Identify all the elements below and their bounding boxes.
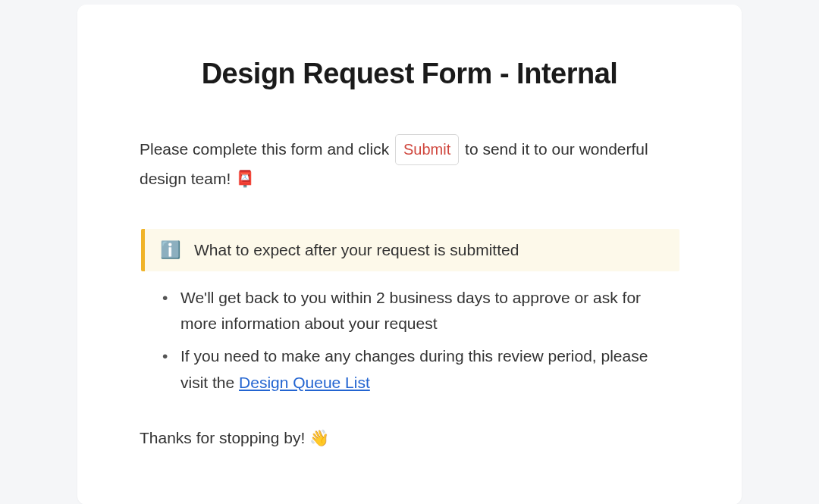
closing-text: Thanks for stopping by! 👋	[140, 429, 679, 447]
form-card: Design Request Form - Internal Please co…	[77, 5, 742, 504]
mailbox-icon: 📮	[235, 170, 255, 187]
closing-message: Thanks for stopping by!	[140, 429, 309, 446]
info-icon: ℹ️	[160, 242, 180, 258]
intro-text-before: Please complete this form and click	[140, 140, 394, 158]
info-callout-text: What to expect after your request is sub…	[194, 241, 519, 259]
intro-paragraph: Please complete this form and click Subm…	[140, 134, 679, 193]
list-item: If you need to make any changes during t…	[159, 343, 679, 396]
submit-button[interactable]: Submit	[395, 134, 459, 165]
page-title: Design Request Form - Internal	[140, 58, 679, 90]
info-callout: ℹ️ What to expect after your request is …	[141, 229, 679, 271]
wave-icon: 👋	[309, 429, 329, 446]
expectations-list: We'll get back to you within 2 business …	[159, 285, 679, 396]
list-item-text: We'll get back to you within 2 business …	[180, 289, 641, 333]
page-background: Design Request Form - Internal Please co…	[0, 0, 819, 504]
list-item: We'll get back to you within 2 business …	[159, 285, 679, 337]
design-queue-link[interactable]: Design Queue List	[239, 374, 370, 391]
